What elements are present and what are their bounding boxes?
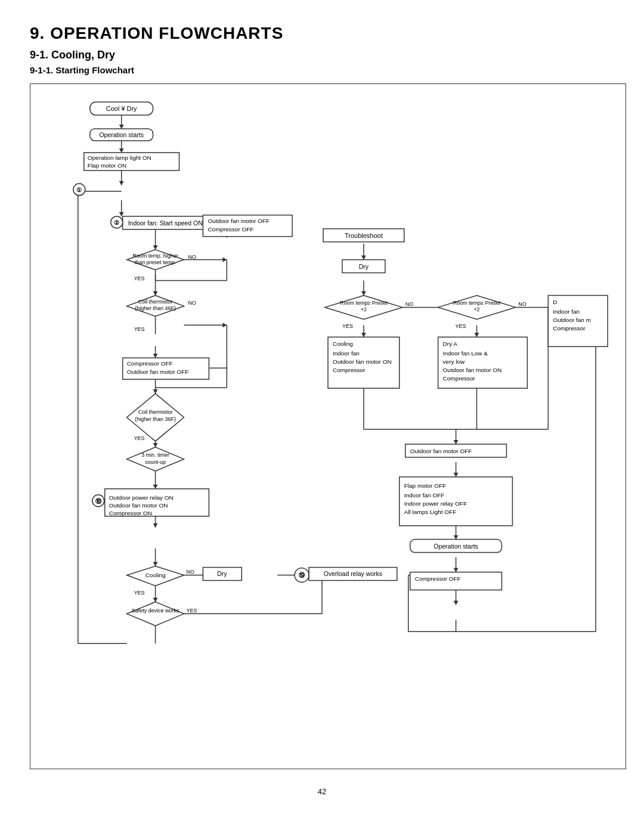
svg-marker-71 [361,256,366,260]
svg-marker-79 [454,600,459,605]
coil-36-diamond: Coil thermistor [138,409,173,415]
svg-text:Compressor: Compressor [333,367,366,373]
svg-text:+2: +2 [361,306,367,312]
svg-marker-60 [119,181,124,185]
svg-text:Outdoor fan motor   ON: Outdoor fan motor ON [443,367,502,373]
cooling-diamond: Cooling [145,572,166,578]
indoor-fan-start: Indoor fan: Start speed ON [128,220,203,227]
svg-text:Indoor power relay   OFF: Indoor power relay OFF [404,500,467,507]
svg-text:Indoor fan           OFF: Indoor fan OFF [404,492,445,498]
room-temp-diamond: Room temp. higher [132,253,178,259]
svg-marker-76 [454,473,459,477]
flowchart-svg: Cool ¥ Dry Operation starts Operation la… [30,84,626,769]
timer-diamond: 3 min. timer [141,452,169,458]
svg-marker-72 [361,291,366,295]
badge-18: ⑱ [95,498,102,504]
svg-marker-67 [153,485,158,489]
flowchart-area: Cool ¥ Dry Operation starts Operation la… [30,83,626,769]
svg-text:Outdoor fan motor    ON: Outdoor fan motor ON [109,502,168,509]
outdoor-power-relay-on: Outdoor power relay ON [109,494,174,501]
dry-right-box: Dry [359,264,369,270]
yes-label-1: YES [134,275,145,281]
svg-text:Compressor            OFF: Compressor OFF [208,226,253,233]
svg-text:Outdoor fan motor    ON: Outdoor fan motor ON [333,358,392,365]
d-mode-box: D [553,299,557,305]
svg-marker-80 [222,258,227,262]
compressor-off2: Compressor OFF [415,575,461,582]
svg-marker-69 [153,562,158,566]
page-number: 42 [30,787,614,796]
svg-text:Indoor fan          Low &: Indoor fan Low & [443,350,488,357]
svg-marker-75 [454,440,459,444]
badge-19: ⑲ [299,572,305,578]
svg-text:Indoor fan: Indoor fan [553,308,580,315]
yes-label-2: YES [134,326,145,332]
compressor-off-fan-off: Compressor OFF [127,360,173,367]
subtitle: 9-1. Cooling, Dry [30,49,614,61]
page: 9. OPERATION FLOWCHARTS 9-1. Cooling, Dr… [0,0,644,820]
svg-text:Compressor: Compressor [553,325,586,332]
svg-marker-68 [153,524,158,528]
svg-text:Compressor            ON: Compressor ON [109,510,152,516]
room-preset-2: Room temp≥ Preset [453,300,501,306]
svg-marker-59 [119,148,124,153]
outdoor-fan-off-right: Outdoor fan motor OFF [410,448,472,454]
svg-marker-66 [153,443,158,447]
page-title: 9. OPERATION FLOWCHARTS [30,24,614,43]
no-label-5: NO [518,301,526,307]
dry-box: Dry [217,571,227,577]
svg-marker-65 [153,389,158,394]
svg-marker-81 [222,323,227,327]
cool-dry-label: Cool ¥ Dry [106,105,137,112]
no-label-2: NO [188,300,196,306]
yes-label-5: YES [186,608,197,614]
svg-marker-77 [454,535,459,540]
operation-starts-2: Operation starts [434,543,478,550]
outdoor-fan-off-box: Outdoor fan motor OFF [208,218,270,224]
no-label-1: NO [188,254,196,260]
no-label-4: NO [405,301,413,307]
svg-marker-61 [119,212,124,216]
dry-a-box: Dry A [443,340,458,347]
svg-marker-70 [153,597,158,602]
section-title: 9-1-1. Starting Flowchart [30,65,614,75]
svg-text:count-up: count-up [145,459,166,465]
safety-device: Safety device works [132,608,179,614]
svg-marker-64 [153,354,158,358]
coil-46-diamond: Coil thermistor [138,299,173,305]
svg-text:All lamps       Light OFF: All lamps Light OFF [404,509,457,515]
svg-marker-78 [454,568,459,572]
badge-1: ① [76,187,82,193]
troubleshoot-box: Troubleshoot [345,232,383,239]
cooling-mode-box: Cooling [333,340,353,347]
badge-2: ② [114,219,119,226]
yes-label-3: YES [134,435,145,441]
no-label-3: NO [186,569,194,575]
op-lamp-flap: Operation lamp light ON [88,154,151,161]
svg-text:Outdoor fan m: Outdoor fan m [553,317,591,323]
svg-marker-58 [119,125,124,129]
svg-marker-63 [153,291,158,295]
overload-relay: Overload relay works [324,571,382,577]
svg-marker-62 [153,246,158,250]
svg-text:than preset temp.: than preset temp. [135,259,177,265]
operation-starts-top: Operation starts [99,132,143,138]
svg-text:+2: +2 [473,306,479,312]
svg-text:(higher than 36F): (higher than 36F) [135,416,176,422]
svg-marker-74 [475,333,479,337]
svg-text:Indoor fan: Indoor fan [333,350,360,357]
yes-label-r1: YES [342,323,353,329]
svg-text:Compressor: Compressor [443,375,476,382]
room-preset-1: Room temp≥ Preset [340,300,388,306]
svg-text:Flap motor            ON: Flap motor ON [88,162,126,169]
svg-text:very low: very low [443,358,465,365]
svg-marker-73 [361,333,366,337]
svg-text:Outdoor fan motor    OFF: Outdoor fan motor OFF [127,368,189,375]
flap-off-box: Flap motor OFF [404,482,446,489]
yes-label-4: YES [134,590,145,596]
svg-text:(higher than 46F): (higher than 46F) [135,305,176,311]
yes-label-r2: YES [456,323,466,329]
